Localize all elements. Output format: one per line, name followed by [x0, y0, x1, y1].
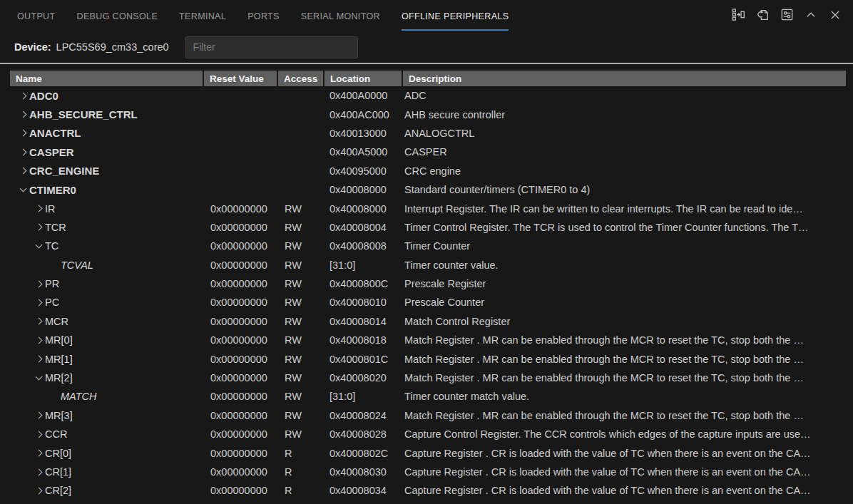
tab-ports-label: PORTS	[247, 11, 280, 21]
chevron-icon[interactable]	[34, 429, 44, 439]
tab-offline-peripherals-label: OFFLINE PERIPHERALS	[402, 11, 509, 21]
chevron-icon[interactable]	[34, 204, 44, 214]
tab-ports[interactable]: PORTS	[247, 4, 280, 31]
chevron-icon[interactable]	[18, 185, 28, 195]
chevron-icon[interactable]	[34, 317, 44, 326]
row-name: CCR	[45, 428, 67, 440]
row-name: CR[0]	[45, 448, 71, 459]
access-cell: RW	[278, 428, 325, 440]
name-cell: CASPER	[10, 146, 204, 158]
chevron-icon	[49, 260, 59, 270]
table-row[interactable]: MR[1] 0x00000000 RW 0x4000801C Match Reg…	[10, 349, 846, 368]
chevron-icon[interactable]	[18, 91, 28, 101]
table-row[interactable]: TCR 0x00000000 RW 0x40008004 Timer Contr…	[10, 218, 846, 237]
tab-offline-peripherals[interactable]: OFFLINE PERIPHERALS	[402, 4, 509, 31]
name-cell: AHB_SECURE_CTRL	[10, 108, 204, 120]
table-row[interactable]: PC 0x00000000 RW 0x40008010 Prescale Cou…	[10, 293, 846, 312]
table-row[interactable]: PR 0x00000000 RW 0x4000800C Prescale Reg…	[10, 274, 846, 293]
chevron-icon[interactable]	[18, 110, 28, 120]
reset-value-cell: 0x00000000	[204, 391, 278, 402]
location-cell: 0x40008014	[325, 316, 403, 327]
table-row[interactable]: MCR 0x00000000 RW 0x40008014 Match Contr…	[10, 312, 846, 331]
chevron-icon[interactable]	[34, 373, 44, 383]
device-value: LPC55S69_cm33_core0	[56, 41, 169, 53]
chevron-icon[interactable]	[34, 335, 44, 345]
table-row[interactable]: MATCH 0x00000000 RW [31:0] Timer counter…	[10, 387, 846, 406]
table-row[interactable]: MR[0] 0x00000000 RW 0x40008018 Match Reg…	[10, 331, 846, 349]
table-row[interactable]: MR[2] 0x00000000 RW 0x40008020 Match Reg…	[10, 369, 846, 387]
column-header-name[interactable]: Name	[10, 71, 203, 86]
name-cell: PC	[10, 297, 204, 308]
chevron-icon[interactable]	[34, 222, 44, 232]
location-cell: 0x40008034	[325, 485, 403, 496]
name-cell: PR	[10, 278, 204, 289]
table-row[interactable]: TC 0x00000000 RW 0x40008008 Timer Counte…	[10, 237, 846, 255]
chevron-icon[interactable]	[18, 147, 28, 157]
description-cell: Prescale Counter	[403, 297, 846, 308]
row-name: CTIMER0	[29, 184, 76, 196]
description-cell: ANALOGCTRL	[403, 128, 846, 139]
location-cell: [31:0]	[325, 259, 403, 271]
row-name: PC	[45, 297, 59, 308]
panel-close-button[interactable]	[826, 6, 844, 25]
location-cell: 0x40008000	[325, 203, 403, 215]
file-refresh-button[interactable]	[753, 6, 772, 25]
table-row[interactable]: AHB_SECURE_CTRL 0x400AC000 AHB secure co…	[10, 105, 846, 123]
tab-output[interactable]: OUTPUT	[17, 4, 56, 31]
chevron-icon[interactable]	[18, 128, 28, 138]
table-row[interactable]: CR[1] 0x00000000 R 0x40008030 Capture Re…	[10, 463, 846, 481]
name-cell: TC	[10, 240, 204, 252]
chevron-icon[interactable]	[34, 467, 44, 477]
table-row[interactable]: MR[3] 0x00000000 RW 0x40008024 Match Reg…	[10, 406, 846, 425]
chevron-icon[interactable]	[34, 354, 44, 364]
location-cell: 0x40008018	[325, 334, 403, 346]
device-bar: Device: LPC55S69_cm33_core0	[0, 31, 853, 63]
table-row[interactable]: CASPER 0x400A5000 CASPER	[10, 143, 846, 161]
table-row[interactable]: CTIMER0 0x40008000 Standard counter/time…	[10, 180, 846, 199]
tab-terminal[interactable]: TERMINAL	[179, 4, 226, 31]
location-cell: 0x400A5000	[325, 146, 403, 158]
table-row[interactable]: CRC_ENGINE 0x40095000 CRC engine	[10, 162, 846, 180]
column-header-description[interactable]: Description	[403, 71, 846, 86]
table-row[interactable]: ADC0 0x400A0000 ADC	[10, 86, 846, 105]
row-name: IR	[45, 203, 56, 215]
column-header-access[interactable]: Access	[278, 71, 323, 86]
name-cell: TCR	[10, 222, 204, 233]
table-row[interactable]: CCR 0x00000000 RW 0x40008028 Capture Con…	[10, 425, 846, 443]
table-row[interactable]: CR[0] 0x00000000 R 0x4000802C Capture Re…	[10, 443, 846, 462]
tab-debug-console[interactable]: DEBUG CONSOLE	[77, 4, 158, 31]
chevron-icon[interactable]	[34, 411, 44, 421]
board-settings-button[interactable]	[777, 6, 796, 25]
access-cell: R	[278, 485, 325, 496]
access-cell: RW	[278, 203, 325, 215]
location-cell: 0x4000800C	[325, 278, 403, 289]
registers-transfer-button[interactable]	[729, 6, 747, 25]
chevron-icon[interactable]	[34, 485, 44, 495]
row-name: MCR	[45, 316, 68, 327]
location-cell: 0x40013000	[325, 128, 403, 139]
table-row[interactable]: CR[2] 0x00000000 R 0x40008034 Capture Re…	[10, 481, 846, 500]
chevron-icon[interactable]	[34, 241, 44, 251]
tab-serial-monitor[interactable]: SERIAL MONITOR	[301, 4, 380, 31]
filter-input[interactable]	[185, 36, 358, 58]
table-row[interactable]: TCVAL 0x00000000 RW [31:0] Timer counter…	[10, 256, 846, 274]
row-name: CASPER	[29, 146, 74, 158]
file-refresh-icon	[756, 8, 770, 24]
description-cell: Capture Register . CR is loaded with the…	[403, 448, 846, 459]
row-name: CR[1]	[45, 466, 71, 478]
description-cell: Match Control Register	[403, 316, 846, 327]
chevron-icon[interactable]	[34, 279, 44, 289]
table-row[interactable]: ANACTRL 0x40013000 ANALOGCTRL	[10, 124, 846, 143]
panel-maximize-button[interactable]	[802, 6, 820, 25]
row-name: MR[3]	[45, 410, 73, 421]
location-cell: [31:0]	[325, 391, 403, 402]
chevron-icon[interactable]	[18, 166, 28, 176]
access-cell: RW	[278, 240, 325, 252]
column-header-location[interactable]: Location	[325, 71, 402, 86]
chevron-icon[interactable]	[34, 297, 44, 307]
chevron-icon[interactable]	[34, 448, 44, 458]
panel-actions	[729, 6, 853, 25]
chevron-icon	[49, 391, 59, 401]
column-header-reset-value[interactable]: Reset Value	[204, 71, 277, 86]
table-row[interactable]: IR 0x00000000 RW 0x40008000 Interrupt Re…	[10, 199, 846, 217]
